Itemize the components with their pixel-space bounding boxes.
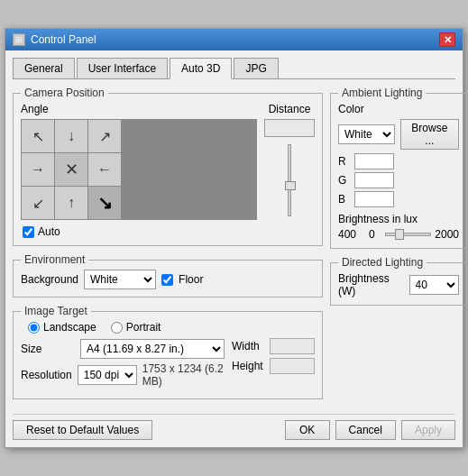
landscape-radio-label: Landscape (28, 321, 96, 334)
image-target-row: Landscape Portrait Size A4 (11. (21, 321, 315, 391)
window-body: General User Interface Auto 3D JPG Camer… (5, 50, 463, 447)
ok-button[interactable]: OK (285, 420, 330, 440)
ambient-lighting-label: Ambient Lighting (338, 87, 426, 99)
directed-brightness-select[interactable]: 40 (409, 275, 459, 295)
angle-cell-ne[interactable]: ↗ (88, 120, 121, 152)
directed-brightness-label: Brightness (W) (338, 272, 404, 298)
brightness-max: 2000 (435, 228, 459, 241)
environment-row: Background White Black Floor (21, 270, 315, 289)
b-label: B (338, 193, 349, 206)
resolution-info: 1753 x 1234 (6.2 MB) (142, 362, 225, 388)
bottom-bar: Reset to Default Values OK Cancel Apply (13, 414, 455, 440)
resolution-select[interactable]: 150 dpi 72 dpi 300 dpi (78, 365, 137, 385)
floor-checkbox[interactable] (161, 274, 173, 286)
camera-position-label: Camera Position (21, 87, 108, 99)
resolution-label: Resolution (21, 369, 72, 381)
right-column: Ambient Lighting Color White Browse ... … (330, 87, 467, 407)
cancel-button[interactable]: Cancel (335, 420, 396, 440)
floor-label: Floor (179, 273, 203, 286)
slider-track-vertical (288, 144, 291, 216)
image-target-left: Landscape Portrait Size A4 (11. (21, 321, 225, 391)
distance-section: Distance 2,007 mm (264, 103, 315, 238)
directed-row: Brightness (W) 40 (338, 272, 459, 298)
ambient-color-row: White Browse ... (338, 119, 459, 150)
r-row: R 255 (338, 153, 459, 169)
distance-label: Distance (269, 103, 311, 115)
title-bar-left: ⊞ Control Panel (13, 33, 96, 46)
size-select[interactable]: A4 (11.69 x 8.27 in.) (80, 339, 225, 359)
resolution-row: Resolution 150 dpi 72 dpi 300 dpi 1753 x… (21, 362, 225, 388)
height-row: Height 200 (232, 358, 315, 374)
ambient-lighting-group: Ambient Lighting Color White Browse ... … (330, 87, 467, 249)
brightness-slider-thumb (395, 229, 404, 240)
environment-group: Environment Background White Black Floor (13, 253, 323, 298)
camera-left: Angle ↖ ↓ ↗ → ✕ ← ↙ (21, 103, 257, 238)
reset-button[interactable]: Reset to Default Values (13, 420, 152, 440)
b-row: B 255 (338, 191, 459, 207)
directed-lighting-group: Directed Lighting Brightness (W) 40 (330, 256, 467, 306)
r-input[interactable]: 255 (354, 153, 394, 169)
b-input[interactable]: 255 (354, 191, 394, 207)
orientation-row: Landscape Portrait (21, 321, 225, 334)
close-button[interactable]: ✕ (439, 32, 455, 47)
size-row: Size A4 (11.69 x 8.27 in.) (21, 339, 225, 359)
dialog-buttons: OK Cancel Apply (285, 420, 455, 440)
browse-button[interactable]: Browse ... (400, 119, 459, 150)
tab-auto-3d[interactable]: Auto 3D (170, 58, 232, 79)
angle-grid: ↖ ↓ ↗ → ✕ ← ↙ ↑ ↘ (21, 119, 257, 220)
width-input[interactable]: 320 (270, 338, 315, 354)
g-input[interactable]: 255 (354, 172, 394, 188)
ambient-color-select[interactable]: White (338, 124, 395, 144)
distance-input[interactable]: 2,007 mm (264, 119, 315, 137)
angle-cell-center[interactable]: ✕ (55, 153, 87, 186)
apply-button[interactable]: Apply (401, 420, 455, 440)
height-input[interactable]: 200 (270, 358, 315, 374)
angle-cell-w[interactable]: → (22, 153, 54, 186)
main-content: Camera Position Angle ↖ ↓ ↗ → ✕ (13, 87, 455, 407)
angle-cell-nw[interactable]: ↖ (22, 120, 54, 152)
tab-bar: General User Interface Auto 3D JPG (13, 58, 455, 79)
color-sublabel: Color (338, 103, 459, 115)
g-row: G 255 (338, 172, 459, 188)
auto-check-row: Auto (23, 225, 257, 238)
background-select[interactable]: White Black (84, 270, 156, 289)
left-column: Camera Position Angle ↖ ↓ ↗ → ✕ (13, 87, 323, 407)
g-label: G (338, 174, 349, 187)
camera-position-group: Camera Position Angle ↖ ↓ ↗ → ✕ (13, 87, 323, 246)
brightness-row: 400 0 2000 (338, 228, 459, 241)
size-label: Size (21, 343, 75, 355)
window-title: Control Panel (31, 33, 96, 46)
auto-checkbox[interactable] (23, 226, 34, 238)
angle-cell-sw[interactable]: ↙ (22, 187, 54, 219)
angle-cell-s[interactable]: ↑ (55, 187, 87, 219)
control-panel-window: ⊞ Control Panel ✕ General User Interface… (5, 28, 463, 448)
camera-section: Angle ↖ ↓ ↗ → ✕ ← ↙ (21, 103, 315, 238)
width-label: Width (232, 340, 266, 352)
brightness-label: Brightness in lux (338, 213, 459, 225)
image-target-label: Image Target (21, 305, 91, 317)
landscape-radio[interactable] (28, 322, 40, 334)
landscape-label: Landscape (43, 321, 96, 334)
title-bar: ⊞ Control Panel ✕ (5, 29, 463, 50)
portrait-radio[interactable] (111, 322, 123, 334)
distance-slider[interactable] (283, 144, 296, 216)
angle-cell-e[interactable]: ← (88, 153, 121, 186)
portrait-radio-label: Portrait (111, 321, 161, 334)
portrait-label: Portrait (126, 321, 161, 334)
slider-thumb-vertical (285, 181, 296, 190)
brightness-min: 400 (338, 228, 365, 241)
directed-lighting-label: Directed Lighting (338, 256, 427, 269)
tab-general[interactable]: General (13, 58, 75, 78)
tab-user-interface[interactable]: User Interface (77, 58, 168, 78)
brightness-slider[interactable] (385, 233, 431, 236)
angle-cell-n[interactable]: ↓ (55, 120, 87, 152)
r-label: R (338, 155, 349, 168)
background-label: Background (21, 273, 78, 286)
width-row: Width 320 (232, 338, 315, 354)
tab-jpg[interactable]: JPG (234, 58, 278, 78)
image-target-right: Width 320 Height 200 (232, 321, 315, 391)
window-icon: ⊞ (13, 33, 25, 46)
angle-cell-se[interactable]: ↘ (88, 187, 121, 219)
image-target-group: Image Target Landscape Portrait (13, 305, 323, 399)
angle-label: Angle (21, 103, 257, 115)
